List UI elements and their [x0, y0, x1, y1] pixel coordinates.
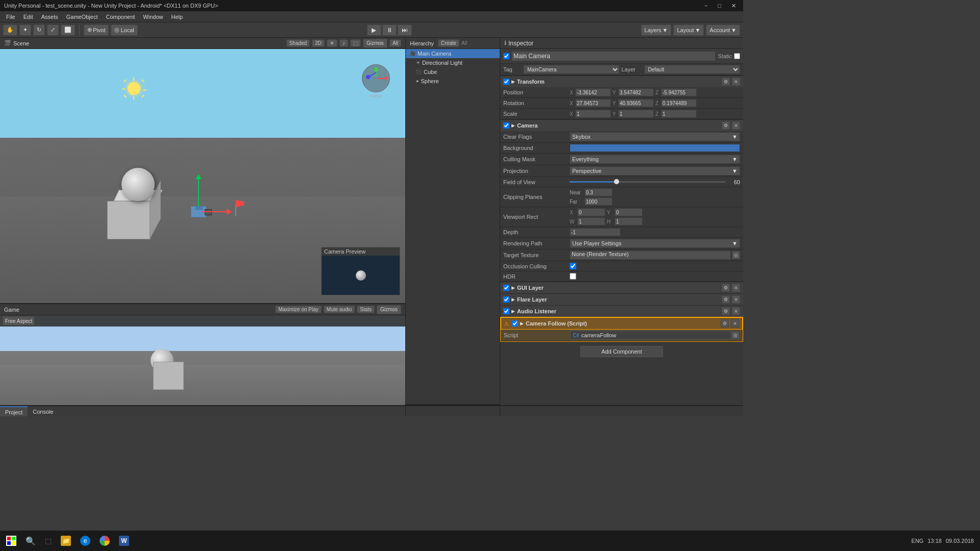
mute-audio-btn[interactable]: Mute audio: [324, 306, 355, 313]
audio-listener-menu-btn[interactable]: ⚙: [722, 307, 730, 315]
culling-mask-dropdown[interactable]: Everything ▼: [570, 155, 740, 164]
scene-tab-label[interactable]: Scene: [13, 40, 29, 46]
menu-edit[interactable]: Edit: [19, 13, 37, 21]
hierarchy-item-main-camera[interactable]: 🎥 Main Camera: [406, 49, 500, 58]
layer-dropdown[interactable]: Default: [644, 65, 741, 74]
object-name-field[interactable]: [511, 51, 716, 61]
play-button[interactable]: ▶: [367, 24, 381, 36]
menu-gameobject[interactable]: GameObject: [62, 13, 102, 21]
rot-x-input[interactable]: [575, 99, 611, 107]
hierarchy-item-cube[interactable]: ⬛ Cube: [406, 67, 500, 77]
vp-h-input[interactable]: [615, 217, 643, 226]
scene-audio-btn[interactable]: ♪: [339, 39, 348, 47]
transform-checkbox[interactable]: [503, 79, 509, 85]
gui-layer-menu-btn[interactable]: ⚙: [722, 284, 730, 292]
transform-menu-btn[interactable]: ⚙: [722, 78, 730, 86]
pause-button[interactable]: ⏸: [382, 24, 397, 36]
vp-y-input[interactable]: [615, 208, 643, 216]
hierarchy-create-btn[interactable]: Create: [438, 39, 459, 47]
camera-follow-menu-btn[interactable]: ⚙: [721, 319, 729, 328]
pos-z-input[interactable]: [661, 88, 697, 96]
sphere-object[interactable]: [121, 168, 155, 201]
background-color-swatch[interactable]: [570, 144, 740, 152]
maximize-button[interactable]: □: [715, 2, 724, 10]
static-checkbox[interactable]: [734, 53, 740, 59]
layout-dropdown[interactable]: Layout ▼: [673, 24, 704, 36]
audio-listener-more-btn[interactable]: ≡: [732, 307, 740, 315]
add-component-button[interactable]: Add Component: [580, 346, 663, 357]
clear-flags-dropdown[interactable]: Skybox ▼: [570, 132, 740, 141]
object-enabled-checkbox[interactable]: [503, 53, 509, 59]
project-tab[interactable]: Project: [0, 406, 28, 417]
near-input[interactable]: [584, 188, 612, 196]
tag-dropdown[interactable]: MainCamera: [523, 65, 620, 74]
camera-follow-checkbox[interactable]: [512, 320, 518, 327]
gizmo-widget[interactable]: Persp: [362, 64, 390, 92]
scene-img-btn[interactable]: ⬚: [350, 39, 361, 47]
move-tool[interactable]: ✦: [19, 24, 31, 36]
transform-header[interactable]: ▶ Transform ⚙ ≡: [500, 76, 743, 87]
step-button[interactable]: ⏭: [398, 24, 412, 36]
rot-z-input[interactable]: [661, 99, 697, 107]
rotate-tool[interactable]: ↻: [33, 24, 45, 36]
game-content[interactable]: Free Aspect: [0, 315, 405, 405]
scene-gizmos-btn[interactable]: Gizmos: [363, 39, 387, 48]
scale-tool[interactable]: ⤢: [47, 24, 59, 36]
minimize-button[interactable]: −: [701, 2, 710, 10]
projection-dropdown[interactable]: Perspective ▼: [570, 166, 740, 176]
hierarchy-item-sphere[interactable]: ● Sphere: [406, 77, 500, 86]
scale-z-input[interactable]: [661, 110, 697, 118]
depth-input[interactable]: [570, 228, 621, 236]
camera-more-btn[interactable]: ≡: [732, 121, 740, 130]
scale-x-input[interactable]: [575, 110, 611, 118]
menu-assets[interactable]: Assets: [37, 13, 62, 21]
rot-y-input[interactable]: [618, 99, 654, 107]
maximize-play-btn[interactable]: Maximize on Play: [275, 306, 321, 313]
flare-layer-header[interactable]: ▶ Flare Layer ⚙ ≡: [500, 294, 743, 305]
scene-all-btn[interactable]: All: [389, 39, 401, 47]
far-input[interactable]: [584, 197, 612, 206]
pos-y-input[interactable]: [618, 88, 654, 96]
rendering-path-dropdown[interactable]: Use Player Settings ▼: [570, 239, 740, 248]
occlusion-checkbox[interactable]: [570, 263, 576, 269]
account-dropdown[interactable]: Account ▼: [706, 24, 740, 36]
camera-follow-header[interactable]: ⚠ ▶ Camera Follow (Script) ⚙ ≡: [501, 317, 743, 330]
pos-x-input[interactable]: [575, 88, 611, 96]
game-tab-label[interactable]: Game: [4, 307, 19, 313]
scene-2d-btn[interactable]: 2D: [312, 39, 325, 47]
camera-menu-btn[interactable]: ⚙: [722, 121, 730, 130]
vp-w-input[interactable]: [577, 217, 605, 226]
layers-dropdown[interactable]: Layers ▼: [641, 24, 672, 36]
flare-layer-checkbox[interactable]: [503, 296, 509, 303]
script-pick-btn[interactable]: ◎: [731, 331, 740, 339]
flare-layer-menu-btn[interactable]: ⚙: [722, 295, 730, 304]
aspect-dropdown[interactable]: Free Aspect: [3, 316, 35, 325]
vp-x-input[interactable]: [577, 208, 605, 216]
target-texture-dropdown[interactable]: None (Render Texture): [570, 251, 731, 260]
camera-object[interactable]: [191, 206, 206, 217]
menu-window[interactable]: Window: [139, 13, 167, 21]
hand-tool[interactable]: ✋: [3, 24, 17, 36]
scene-content[interactable]: Persp Camera Preview: [0, 49, 405, 303]
fov-slider[interactable]: [570, 181, 725, 183]
camera-header[interactable]: ▶ Camera ⚙ ≡: [500, 120, 743, 131]
fov-slider-thumb[interactable]: [614, 179, 619, 184]
local-button[interactable]: ◎ Local: [111, 24, 137, 36]
stats-btn[interactable]: Stats: [357, 306, 375, 313]
close-button[interactable]: ✕: [728, 2, 739, 10]
scene-lights-btn[interactable]: ☀: [327, 39, 337, 47]
pivot-button[interactable]: ⊕ Pivot: [84, 24, 109, 36]
gui-layer-more-btn[interactable]: ≡: [732, 284, 740, 292]
gui-layer-header[interactable]: ▶ GUI Layer ⚙ ≡: [500, 282, 743, 293]
scene-shaded-btn[interactable]: Shaded: [286, 39, 310, 47]
camera-checkbox[interactable]: [503, 122, 509, 129]
transform-more-btn[interactable]: ≡: [732, 78, 740, 86]
target-texture-pick-btn[interactable]: ◎: [732, 251, 740, 259]
rect-tool[interactable]: ⬜: [61, 24, 75, 36]
hierarchy-item-directional-light[interactable]: ☀ Directional Light: [406, 58, 500, 67]
flare-layer-more-btn[interactable]: ≡: [732, 295, 740, 304]
camera-follow-more-btn[interactable]: ≡: [731, 319, 739, 328]
scale-y-input[interactable]: [618, 110, 654, 118]
menu-help[interactable]: Help: [167, 13, 187, 21]
menu-file[interactable]: File: [2, 13, 19, 21]
